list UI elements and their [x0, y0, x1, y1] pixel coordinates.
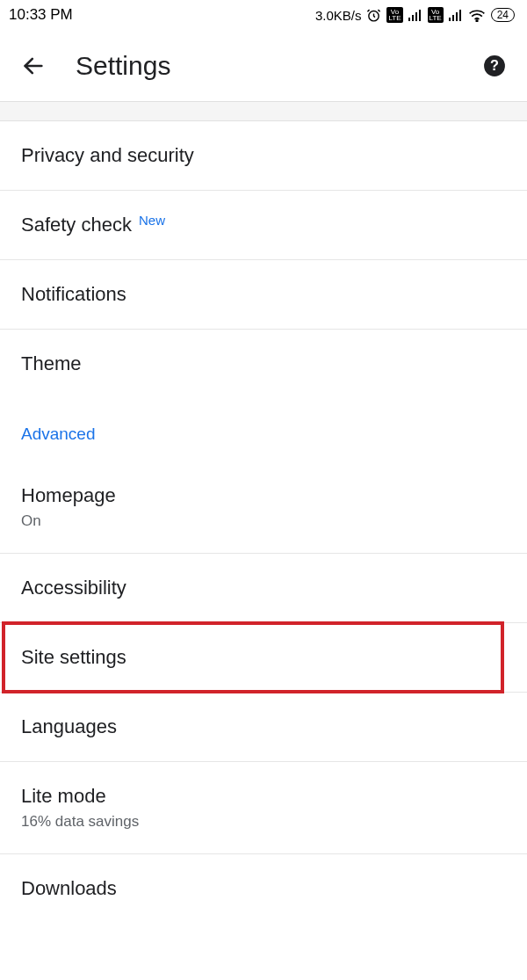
- wifi-icon: [468, 8, 486, 22]
- item-label: Site settings: [21, 646, 126, 669]
- app-header: Settings ?: [0, 30, 527, 102]
- network-speed: 3.0KB/s: [315, 8, 362, 23]
- section-header-advanced: Advanced: [0, 398, 527, 461]
- svg-point-9: [476, 20, 478, 22]
- status-bar: 10:33 PM 3.0KB/s VoLTE VoLTE 24: [0, 0, 527, 30]
- volte-badge-2: VoLTE: [428, 7, 444, 23]
- alarm-icon: [366, 8, 381, 23]
- list-item-notifications[interactable]: Notifications: [0, 260, 527, 330]
- item-label: Accessibility: [21, 577, 126, 599]
- svg-text:?: ?: [490, 57, 499, 73]
- list-item-accessibility[interactable]: Accessibility: [0, 554, 527, 623]
- svg-rect-3: [415, 12, 417, 21]
- signal-icon-2: [449, 9, 463, 21]
- list-item-languages[interactable]: Languages: [0, 693, 527, 762]
- signal-icon-1: [408, 9, 422, 21]
- list-item-safety-check[interactable]: Safety check New: [0, 191, 527, 260]
- svg-rect-2: [412, 15, 414, 21]
- list-item-lite-mode[interactable]: Lite mode 16% data savings: [0, 762, 527, 854]
- svg-rect-1: [408, 18, 410, 21]
- item-label: Theme: [21, 352, 81, 375]
- svg-rect-8: [459, 10, 461, 21]
- svg-rect-5: [449, 18, 451, 21]
- page-title: Settings: [76, 51, 453, 81]
- svg-rect-7: [456, 12, 458, 21]
- header-gap: [0, 102, 527, 121]
- svg-rect-4: [419, 10, 421, 21]
- volte-badge-1: VoLTE: [386, 7, 402, 23]
- svg-rect-6: [452, 15, 454, 21]
- list-item-theme[interactable]: Theme: [0, 330, 527, 398]
- item-label: Homepage: [21, 484, 506, 507]
- status-time: 10:33 PM: [9, 6, 73, 24]
- list-item-privacy-security[interactable]: Privacy and security: [0, 121, 527, 191]
- item-label: Languages: [21, 715, 117, 738]
- item-subtitle: On: [21, 512, 506, 530]
- battery-indicator: 24: [491, 8, 515, 22]
- new-badge: New: [139, 213, 165, 228]
- list-item-homepage[interactable]: Homepage On: [0, 461, 527, 554]
- list-item-downloads[interactable]: Downloads: [0, 854, 527, 923]
- list-item-site-settings[interactable]: Site settings: [0, 623, 527, 693]
- item-label: Downloads: [21, 877, 117, 900]
- status-indicators: 3.0KB/s VoLTE VoLTE 24: [315, 7, 515, 23]
- settings-list: Privacy and security Safety check New No…: [0, 121, 527, 923]
- item-label: Privacy and security: [21, 144, 194, 167]
- back-arrow-icon[interactable]: [21, 54, 46, 78]
- item-subtitle: 16% data savings: [21, 813, 506, 831]
- item-label: Lite mode: [21, 785, 506, 808]
- item-label: Safety check: [21, 214, 132, 236]
- help-icon[interactable]: ?: [483, 54, 506, 77]
- item-label: Notifications: [21, 283, 126, 306]
